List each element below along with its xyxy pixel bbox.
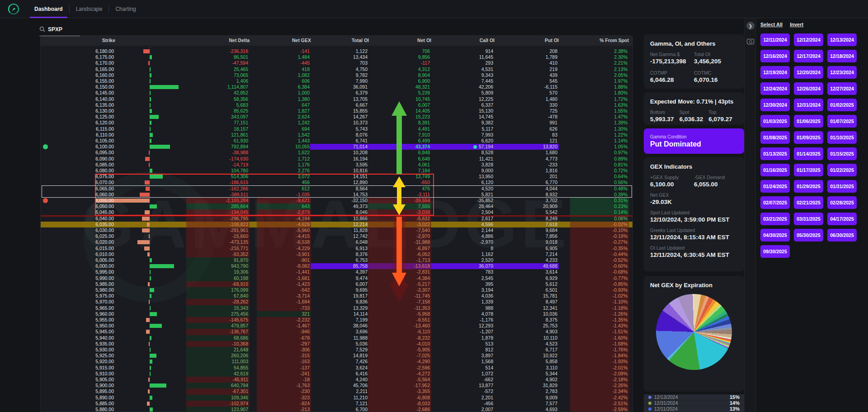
tab-dashboard[interactable]: Dashboard bbox=[28, 0, 69, 18]
column-header--from-spot[interactable]: % From Spot bbox=[570, 38, 629, 43]
total-oi-label: Total OI bbox=[694, 52, 738, 57]
collapse-panel-button[interactable]: ❯ bbox=[746, 22, 755, 30]
cell-total-oi: 3,595 bbox=[306, 162, 369, 168]
expiry-date-button[interactable]: 01/15/2025 bbox=[827, 147, 857, 160]
expiry-date-button[interactable]: 12/18/2024 bbox=[827, 50, 857, 62]
cell-net-gex: -542 bbox=[257, 287, 311, 293]
expiry-date-button[interactable]: 04/17/2025 bbox=[827, 213, 857, 225]
expiry-date-button[interactable]: 03/31/2025 bbox=[794, 213, 823, 225]
app-logo-icon[interactable]: ↗ bbox=[8, 4, 19, 14]
cell-net-gex: 1,242 bbox=[257, 120, 311, 126]
expiry-date-button[interactable]: 02/28/2025 bbox=[827, 196, 857, 209]
expiry-date-button[interactable]: 01/14/2025 bbox=[794, 147, 823, 160]
expiry-date-button[interactable]: 12/23/2024 bbox=[827, 66, 857, 79]
expiry-date-button[interactable]: 01/02/2025 bbox=[827, 99, 857, 111]
cell-put-oi: 6,717 bbox=[495, 347, 559, 353]
screenshot-camera-icon[interactable] bbox=[747, 39, 754, 44]
spot-updated-label: Spot Last Updated bbox=[650, 210, 738, 215]
cell--from-spot: 1.72% bbox=[570, 96, 629, 102]
cell-put-oi: 12,341 bbox=[495, 305, 559, 311]
expiry-date-button[interactable]: 04/30/2025 bbox=[760, 229, 790, 242]
expiry-date-button[interactable]: 12/11/2024 bbox=[760, 33, 790, 46]
table-row: 5,965.0015,343-73313,329-11,35398812,341… bbox=[41, 305, 632, 311]
expiry-date-button[interactable]: 01/22/2025 bbox=[827, 164, 857, 176]
expiry-date-button[interactable]: 01/10/2025 bbox=[827, 131, 857, 144]
cell-call-oi: 988 bbox=[431, 305, 495, 311]
tab-landscape[interactable]: Landscape bbox=[70, 0, 109, 18]
expiry-date-button[interactable]: 12/31/2024 bbox=[794, 99, 823, 111]
column-header-put-oi[interactable]: Put OI bbox=[495, 38, 559, 43]
cell-net-delta: 91,870 bbox=[186, 257, 250, 263]
expiry-date-button[interactable]: 12/24/2024 bbox=[760, 82, 790, 95]
tab-charting[interactable]: Charting bbox=[109, 0, 142, 18]
expiry-date-button[interactable]: 12/16/2024 bbox=[760, 50, 790, 62]
expiry-date-button[interactable]: 12/17/2024 bbox=[794, 50, 823, 62]
expiry-date-button[interactable]: 01/08/2025 bbox=[760, 131, 790, 144]
expiry-date-button[interactable]: 12/12/2024 bbox=[794, 33, 823, 46]
expiry-date-button[interactable]: 01/09/2025 bbox=[794, 131, 823, 144]
cell-call-oi: 7,993 bbox=[431, 132, 495, 138]
expiry-date-button[interactable]: 01/17/2025 bbox=[794, 164, 823, 176]
cotmc-value: 6,070.16 bbox=[694, 76, 738, 83]
expiry-date-button[interactable]: 12/27/2024 bbox=[827, 82, 857, 95]
column-header-net-oi[interactable]: Net OI bbox=[368, 38, 431, 43]
expiry-date-button[interactable]: 02/21/2025 bbox=[794, 196, 823, 209]
column-header-call-oi[interactable]: Call OI bbox=[431, 38, 495, 43]
table-row: 6,150.001,114,8076,38436,09148,32142,206… bbox=[41, 84, 632, 90]
expiry-date-button[interactable]: 12/20/2024 bbox=[794, 66, 823, 79]
expiry-date-button[interactable]: 01/24/2025 bbox=[760, 180, 790, 193]
cell-net-gex: -315 bbox=[257, 353, 311, 359]
table-row: 6,025.00-15,660-4,41512,742-2,9704,8867,… bbox=[41, 233, 632, 239]
expiry-date-button[interactable]: 12/30/2024 bbox=[760, 99, 790, 111]
ticker-search-input[interactable] bbox=[48, 26, 75, 33]
cell-strike: 5,970.00 bbox=[59, 299, 115, 305]
expiry-date-button[interactable]: 01/03/2025 bbox=[760, 115, 790, 128]
cell-call-oi: -1,207 bbox=[431, 329, 495, 335]
cell-put-oi: 5,858 bbox=[495, 359, 559, 365]
table-row: 5,905.00-45,911-184,240-5,564-6624,902-2… bbox=[41, 377, 632, 383]
cell-net-delta: 58,356 bbox=[186, 96, 250, 102]
expiry-date-button[interactable]: 12/13/2024 bbox=[827, 33, 857, 46]
cell-strike: 5,960.00 bbox=[59, 311, 115, 317]
cell-net-delta: -236,316 bbox=[186, 48, 250, 54]
cell-net-delta: 42,619 bbox=[186, 371, 250, 377]
expiry-date-button[interactable]: 01/29/2025 bbox=[794, 180, 823, 193]
table-row: 6,080.00104,7802,27610,8167,1849,0001,81… bbox=[41, 168, 632, 174]
column-header-net-delta[interactable]: Net Delta bbox=[186, 38, 250, 43]
cell--from-spot: 0.97% bbox=[570, 150, 629, 156]
cell-strike: 6,180.00 bbox=[59, 48, 115, 54]
cell-call-oi: 2,545 bbox=[431, 275, 495, 281]
cell-net-delta: 67,840 bbox=[186, 293, 250, 299]
expiry-date-button[interactable]: 12/19/2024 bbox=[760, 66, 790, 79]
column-header-net-gex[interactable]: Net GEX bbox=[257, 38, 311, 43]
cell-net-delta: 479,857 bbox=[186, 323, 250, 329]
invert-link[interactable]: Invert bbox=[790, 22, 803, 27]
expiry-date-button[interactable]: 01/07/2025 bbox=[827, 115, 857, 128]
column-header-total-oi[interactable]: Total OI bbox=[306, 38, 369, 43]
expiry-date-button[interactable]: 02/07/2025 bbox=[760, 196, 790, 209]
expiry-date-button[interactable]: 01/31/2025 bbox=[827, 180, 857, 193]
select-all-link[interactable]: Select All bbox=[760, 22, 783, 27]
expiry-date-button[interactable]: 01/13/2025 bbox=[760, 147, 790, 160]
cell-strike: 6,115.00 bbox=[59, 126, 115, 132]
expiry-date-button[interactable]: 05/30/2025 bbox=[794, 229, 823, 242]
expiry-date-button[interactable]: 09/30/2025 bbox=[760, 245, 790, 258]
red-down-arrow-glow-head bbox=[389, 284, 409, 302]
expiry-date-button[interactable]: 06/30/2025 bbox=[827, 229, 857, 242]
cell-call-oi: 12,293 bbox=[431, 323, 495, 329]
expiry-date-button[interactable]: 12/26/2024 bbox=[794, 82, 823, 95]
cell-net-gex: -213 bbox=[257, 407, 311, 412]
expiry-date-button[interactable]: 03/21/2025 bbox=[760, 213, 790, 225]
expiry-date-button[interactable]: 01/16/2025 bbox=[760, 164, 790, 176]
column-header-strike[interactable]: Strike bbox=[59, 38, 115, 43]
cell-strike: 6,090.00 bbox=[59, 156, 115, 162]
cell-call-oi: 6,120 bbox=[431, 180, 495, 185]
net-delta-bar bbox=[150, 109, 152, 113]
cell-put-oi: 8,497 bbox=[495, 299, 559, 305]
cell-call-oi: 1,568 bbox=[431, 359, 495, 365]
net-delta-bar bbox=[149, 163, 150, 167]
expiry-date-button[interactable]: 01/06/2025 bbox=[794, 115, 823, 128]
table-row: 6,175.0086,5011,48413,4349,85611,6451,78… bbox=[41, 54, 632, 60]
cell-call-oi: 5,117 bbox=[431, 126, 495, 132]
cell-put-oi: 4,523 bbox=[495, 341, 559, 347]
